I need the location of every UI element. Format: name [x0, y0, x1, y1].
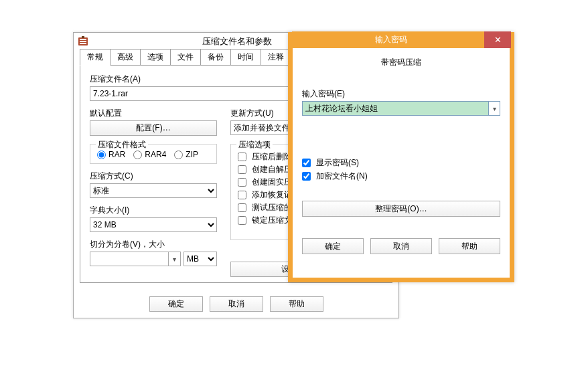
format-rar[interactable]: RAR	[97, 150, 125, 159]
svg-rect-2	[80, 41, 86, 42]
password-dialog: 输入密码 ✕ 带密码压缩 输入密码(E) ▾ 显示密码(S) 加密文件名(N) …	[288, 32, 514, 282]
pwd-titlebar: 输入密码 ✕	[292, 31, 510, 48]
pwd-body: 带密码压缩 输入密码(E) ▾ 显示密码(S) 加密文件名(N) 整理密码(O)…	[293, 48, 510, 261]
pwd-input-label: 输入密码(E)	[302, 88, 500, 100]
password-input[interactable]	[303, 102, 488, 115]
chevron-down-icon[interactable]: ▾	[488, 102, 500, 115]
svg-rect-3	[80, 43, 86, 44]
main-ok-button[interactable]: 确定	[149, 296, 203, 312]
format-zip[interactable]: ZIP	[174, 150, 198, 159]
tab-advanced[interactable]: 高级	[110, 49, 141, 66]
pwd-input-combo: ▾	[302, 101, 500, 116]
tab-comment[interactable]: 注释	[261, 49, 291, 66]
main-bottom-buttons: 确定 取消 帮助	[74, 290, 398, 320]
main-cancel-button[interactable]: 取消	[210, 296, 263, 312]
pwd-cancel-button[interactable]: 取消	[370, 238, 432, 254]
tab-files[interactable]: 文件	[170, 49, 201, 66]
pwd-subtitle: 带密码压缩	[302, 48, 500, 88]
tab-general[interactable]: 常规	[80, 49, 111, 66]
chevron-down-icon[interactable]: ▾	[169, 252, 181, 266]
main-help-button[interactable]: 帮助	[270, 296, 323, 312]
format-group: 压缩文件格式 RAR RAR4 ZIP	[90, 144, 217, 164]
winrar-icon	[78, 36, 88, 47]
tab-backup[interactable]: 备份	[200, 49, 231, 66]
close-icon: ✕	[494, 35, 502, 45]
tab-time[interactable]: 时间	[230, 49, 261, 66]
method-label: 压缩方式(C)	[90, 171, 217, 182]
default-profile-label: 默认配置	[90, 108, 217, 119]
format-rar4[interactable]: RAR4	[133, 150, 166, 159]
svg-rect-4	[82, 36, 84, 38]
split-unit-select[interactable]: MB	[183, 252, 217, 266]
close-button[interactable]: ✕	[484, 31, 511, 48]
pwd-title: 输入密码	[297, 34, 484, 45]
dict-select[interactable]: 32 MB	[90, 217, 217, 232]
tab-options[interactable]: 选项	[140, 49, 171, 66]
organize-passwords-button[interactable]: 整理密码(O)…	[302, 201, 500, 217]
svg-rect-1	[80, 39, 86, 40]
show-password-check[interactable]: 显示密码(S)	[302, 157, 500, 169]
method-select[interactable]: 标准	[90, 183, 217, 198]
split-size-input[interactable]	[90, 252, 169, 266]
pwd-ok-button[interactable]: 确定	[302, 238, 364, 254]
profile-button[interactable]: 配置(F)…	[90, 120, 217, 136]
dict-label: 字典大小(I)	[90, 205, 217, 216]
split-label: 切分为分卷(V)，大小	[90, 239, 217, 250]
pwd-help-button[interactable]: 帮助	[439, 238, 500, 254]
options-label: 压缩选项	[236, 139, 273, 151]
format-label: 压缩文件格式	[96, 139, 148, 151]
encrypt-names-check[interactable]: 加密文件名(N)	[302, 171, 500, 182]
